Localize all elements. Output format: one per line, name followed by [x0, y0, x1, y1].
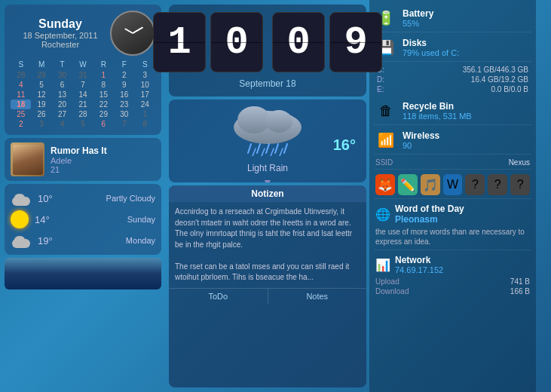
app-icon-1[interactable]: ✏️	[398, 174, 418, 195]
app-icon-2[interactable]: 🎵	[421, 174, 440, 195]
cal-day-cell[interactable]: 11	[11, 90, 31, 100]
app-icon-4[interactable]: ?	[465, 174, 485, 195]
recycle-info: Recycle Bin 118 items, 531 MB	[403, 101, 530, 121]
cal-day-cell[interactable]: 18	[11, 100, 31, 109]
cal-day-cell[interactable]: 9	[114, 80, 134, 90]
cal-day-cell[interactable]: 12	[31, 90, 51, 100]
cal-day-cell[interactable]: 3	[135, 70, 155, 80]
cal-day-cell[interactable]: 29	[93, 109, 114, 119]
recycle-value: 118 items, 531 MB	[403, 112, 530, 121]
weather-row-desc-1: Sunday	[127, 215, 155, 224]
cal-day-cell[interactable]: 5	[72, 119, 93, 129]
app-icon-5[interactable]: ?	[488, 174, 507, 195]
cal-day-cell[interactable]: 6	[52, 80, 72, 90]
app-icon-6[interactable]: ?	[510, 174, 530, 195]
cal-day-cell[interactable]: 3	[31, 119, 51, 129]
location: Rochester	[11, 40, 110, 49]
weather-row-2: 19°Monday	[11, 231, 155, 250]
cal-day-cell[interactable]: 28	[11, 70, 31, 80]
cal-day-cell[interactable]: 10	[135, 80, 155, 90]
cal-day-cell[interactable]: 7	[114, 119, 134, 129]
app-icon-0[interactable]: 🦊	[375, 174, 395, 195]
flip-date: September 18	[239, 78, 295, 89]
cal-day-cell[interactable]: 31	[72, 70, 93, 80]
cal-day-cell[interactable]: 17	[135, 90, 155, 100]
cal-day-cell[interactable]: 16	[114, 90, 134, 100]
upload-value: 741 B	[510, 277, 530, 286]
notizen-text2: The rset can be a tatol mses and you can…	[175, 262, 360, 283]
wotd-section: 🌐 Word of the Day Pleonasm the use of mo…	[374, 201, 531, 250]
battery-label: Battery	[403, 8, 530, 19]
cal-day-cell[interactable]: 1	[93, 70, 114, 80]
notizen-body: Accnirdog to a rerseach at Crgimbade Uti…	[169, 202, 366, 288]
cal-day-cell[interactable]: 8	[93, 80, 114, 90]
notizen-footer: ToDo Notes	[169, 288, 366, 304]
cal-day-cell[interactable]: 26	[31, 109, 51, 119]
cal-day-cell[interactable]: 14	[72, 90, 93, 100]
cal-day-cell[interactable]: 8	[135, 119, 155, 129]
cal-day-cell[interactable]: 20	[52, 100, 72, 109]
cal-day-cell[interactable]: 1	[135, 109, 155, 119]
cal-day-cell[interactable]: 2	[114, 70, 134, 80]
upload-label: Upload	[375, 277, 399, 286]
battery-value: 55%	[403, 19, 530, 28]
battery-info: Battery 55%	[403, 8, 530, 28]
cal-day-cell[interactable]: 28	[72, 109, 93, 119]
cal-day-cell[interactable]: 30	[52, 70, 72, 80]
cal-day-cell[interactable]: 2	[11, 119, 31, 129]
middle-panel: 1 0 0 9 September 18	[166, 0, 369, 392]
weather-big-temp: 16°	[333, 136, 356, 154]
recycle-icon: 🗑	[375, 100, 396, 121]
app-icon-row: 🦊✏️🎵W???	[374, 171, 531, 199]
notizen-notes-btn[interactable]: Notes	[268, 289, 367, 304]
cal-day-cell[interactable]: 25	[11, 109, 31, 119]
cal-day-cell[interactable]: 7	[72, 80, 93, 90]
cal-day-cell[interactable]: 13	[52, 90, 72, 100]
cal-day-cell[interactable]: 21	[72, 100, 93, 109]
cal-header-cell: S	[11, 59, 31, 70]
cal-day-cell[interactable]: 29	[31, 70, 51, 80]
network-section: 📊 Network 74.69.17.152 Upload 741 B Down…	[374, 252, 531, 299]
weather-row-temp-0: 10°	[38, 193, 100, 204]
thumb-gradient	[5, 258, 161, 289]
weather-row-temp-1: 14°	[35, 214, 121, 225]
app-icon-3[interactable]: W	[443, 174, 463, 195]
cal-day-cell[interactable]: 23	[114, 100, 134, 109]
notizen-todo-btn[interactable]: ToDo	[169, 289, 268, 304]
weather-row-0: 10°Partly Cloudy	[11, 188, 155, 208]
weather-row-icon-1	[11, 210, 29, 228]
disk-size-1: 16.4 GB/19.2 GB	[471, 75, 528, 84]
calendar-grid: SMTWRFS 28293031123456789101112131415161…	[11, 59, 155, 129]
cal-day-cell[interactable]: 4	[11, 80, 31, 90]
notizen-text1: Accnirdog to a rerseach at Crgimbade Uti…	[175, 207, 360, 250]
ssid-value: Nexus	[509, 158, 530, 167]
wireless-info: Wireless 90	[403, 130, 530, 150]
cal-day-cell[interactable]: 24	[135, 100, 155, 109]
flip-min2: 9	[329, 12, 382, 72]
music-title: Rumor Has It	[51, 145, 155, 156]
wireless-row: 📶 Wireless 90	[374, 127, 531, 155]
weather-big-label: Light Rain	[169, 160, 366, 176]
cal-day-cell[interactable]: 19	[31, 100, 51, 109]
flip-hour1: 1	[153, 12, 206, 72]
cal-day-cell[interactable]: 22	[93, 100, 114, 109]
svg-line-4	[257, 144, 260, 153]
wireless-ssid-row: SSID Nexus	[375, 158, 530, 167]
cal-day-cell[interactable]: 15	[93, 90, 114, 100]
wotd-label: Word of the Day Pleonasm	[395, 204, 464, 225]
cal-day-cell[interactable]: 6	[93, 119, 114, 129]
cal-day-cell[interactable]: 27	[52, 109, 72, 119]
svg-line-9	[262, 149, 265, 156]
battery-row: 🔋 Battery 55%	[374, 5, 531, 32]
weather-row-icon-0	[11, 191, 32, 206]
network-info: Network 74.69.17.152	[395, 255, 443, 274]
cal-day-cell[interactable]: 30	[114, 109, 134, 119]
network-icon: 📊	[375, 258, 390, 272]
wireless-ssid-section: SSID Nexus	[374, 156, 531, 170]
cal-day-cell[interactable]: 5	[31, 80, 51, 90]
svg-line-11	[280, 149, 283, 156]
cal-day-cell[interactable]: 4	[52, 119, 72, 129]
day-name: Sunday	[11, 17, 110, 31]
weather-big-bg: 16°	[169, 100, 366, 160]
svg-line-7	[284, 144, 287, 153]
